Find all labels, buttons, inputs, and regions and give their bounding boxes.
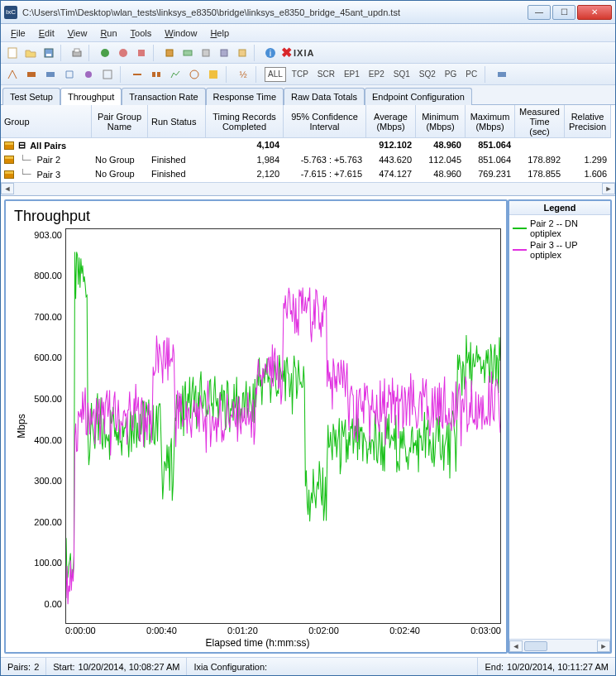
col-max[interactable]: Maximum (Mbps) (466, 105, 515, 138)
filter-sq1[interactable]: SQ1 (390, 67, 413, 82)
menu-view[interactable]: View (63, 26, 93, 40)
col-pair-group[interactable]: Pair Group Name (92, 105, 148, 138)
maximize-button[interactable]: ☐ (552, 5, 575, 20)
svg-rect-10 (203, 50, 209, 56)
row-all-pairs-group[interactable]: ⊟ All Pairs (1, 138, 92, 153)
cell: 1.606 (565, 167, 611, 182)
window-title: C:\Users\Tim\Desktop\wlan_tests\linksys_… (22, 7, 526, 17)
status-start: Start:10/20/2014, 10:08:27 AM (46, 658, 187, 675)
cell: 443.620 (366, 153, 416, 168)
tab-test-setup[interactable]: Test Setup (2, 88, 60, 105)
separator (153, 45, 158, 61)
ytick: 600.00 (29, 352, 62, 362)
legend-scrollbar[interactable]: ◄ ► (509, 639, 610, 652)
t2-icon-2[interactable] (23, 66, 40, 83)
cell: 474.127 (366, 167, 416, 182)
tab-endpoint-config[interactable]: Endpoint Configuration (365, 88, 472, 105)
filter-scr[interactable]: SCR (314, 67, 338, 82)
col-avg[interactable]: Average (Mbps) (366, 105, 416, 138)
run-icon[interactable] (97, 45, 113, 61)
misc-3-icon[interactable] (198, 45, 214, 61)
t2-icon-6[interactable] (99, 66, 116, 83)
minimize-button[interactable]: — (528, 5, 551, 20)
misc-4-icon[interactable] (216, 45, 232, 61)
print-icon[interactable] (69, 45, 85, 61)
xtick: 0:00:40 (146, 626, 177, 635)
misc-2-icon[interactable] (179, 45, 196, 61)
t2-icon-10[interactable] (186, 66, 203, 83)
legend-item[interactable]: Pair 2 -- DN optiplex (513, 218, 607, 238)
stop-all-icon[interactable] (133, 45, 150, 61)
col-ci[interactable]: 95% Confidence Interval (284, 105, 366, 138)
open-icon[interactable] (22, 45, 39, 61)
t2-icon-8[interactable] (148, 66, 165, 83)
filter-ep1[interactable]: EP1 (341, 67, 363, 82)
svg-point-17 (85, 71, 92, 78)
save-icon[interactable] (41, 45, 57, 61)
menu-window[interactable]: Window (160, 26, 202, 40)
scroll-track[interactable] (14, 183, 602, 194)
separator (254, 45, 259, 61)
scroll-left-icon[interactable]: ◄ (509, 640, 523, 652)
cell (284, 138, 366, 153)
svg-rect-23 (209, 70, 217, 79)
t2-icon-3[interactable] (42, 66, 59, 83)
scroll-right-icon[interactable]: ► (602, 183, 615, 194)
t2-icon-1[interactable] (4, 66, 21, 83)
info-icon[interactable]: i (262, 45, 279, 61)
filter-ep2[interactable]: EP2 (365, 67, 388, 82)
cell: 2,120 (206, 167, 284, 182)
chart-icon (4, 141, 14, 150)
col-timing-records[interactable]: Timing Records Completed (206, 105, 284, 138)
svg-rect-18 (103, 70, 112, 79)
menu-tools[interactable]: Tools (126, 26, 157, 40)
t2-icon-7[interactable] (129, 66, 146, 83)
menu-help[interactable]: Help (205, 26, 234, 40)
stop-icon[interactable] (115, 45, 131, 61)
scroll-right-icon[interactable]: ► (597, 640, 610, 652)
ytick: 400.00 (29, 435, 62, 445)
t2-icon-9[interactable] (167, 66, 184, 83)
menu-file[interactable]: File (6, 26, 31, 40)
close-button[interactable]: ✕ (577, 5, 612, 20)
t2-icon-12[interactable]: ½ (235, 66, 251, 83)
grid-horizontal-scrollbar[interactable]: ◄ ► (1, 182, 615, 195)
col-group[interactable]: Group (1, 105, 92, 138)
filter-sq2[interactable]: SQ2 (416, 67, 439, 82)
col-relative[interactable]: Relative Precision (565, 105, 611, 138)
col-measured[interactable]: Measured Time (sec) (515, 105, 565, 138)
t2-icon-11[interactable] (205, 66, 222, 83)
filter-all[interactable]: ALL (265, 67, 286, 82)
scroll-track[interactable] (523, 640, 597, 652)
t2-icon-end[interactable] (494, 66, 510, 83)
row-pair2-group[interactable]: └─ Pair 2 (1, 153, 92, 168)
scroll-left-icon[interactable]: ◄ (1, 183, 14, 194)
misc-1-icon[interactable] (161, 45, 178, 61)
t2-icon-5[interactable] (80, 66, 97, 83)
cell: 112.045 (416, 153, 466, 168)
filter-pc[interactable]: PC (462, 67, 480, 82)
tab-raw-data-totals[interactable]: Raw Data Totals (284, 88, 365, 105)
menu-edit[interactable]: Edit (34, 26, 60, 40)
app-window: IxC C:\Users\Tim\Desktop\wlan_tests\link… (0, 0, 616, 676)
xtick: 0:00:00 (65, 626, 96, 635)
titlebar[interactable]: IxC C:\Users\Tim\Desktop\wlan_tests\link… (1, 1, 615, 24)
tab-response-time[interactable]: Response Time (206, 88, 284, 105)
tab-throughput[interactable]: Throughput (60, 88, 122, 105)
legend-item[interactable]: Pair 3 -- UP optiplex (513, 240, 607, 260)
new-icon[interactable] (4, 45, 21, 61)
row-pair3-group[interactable]: └─ Pair 3 (1, 167, 92, 182)
menu-run[interactable]: Run (95, 26, 122, 40)
svg-rect-11 (221, 50, 227, 56)
filter-pg[interactable]: PG (442, 67, 460, 82)
tab-transaction-rate[interactable]: Transaction Rate (122, 88, 205, 105)
misc-5-icon[interactable] (234, 45, 251, 61)
col-run-status[interactable]: Run Status (148, 105, 206, 138)
tab-bar: Test Setup Throughput Transaction Rate R… (1, 85, 615, 105)
chart-plot[interactable] (65, 228, 501, 625)
col-min[interactable]: Minimum (Mbps) (416, 105, 466, 138)
filter-tcp[interactable]: TCP (289, 67, 312, 82)
svg-rect-21 (157, 72, 160, 77)
scroll-thumb[interactable] (524, 641, 547, 651)
t2-icon-4[interactable] (61, 66, 78, 83)
